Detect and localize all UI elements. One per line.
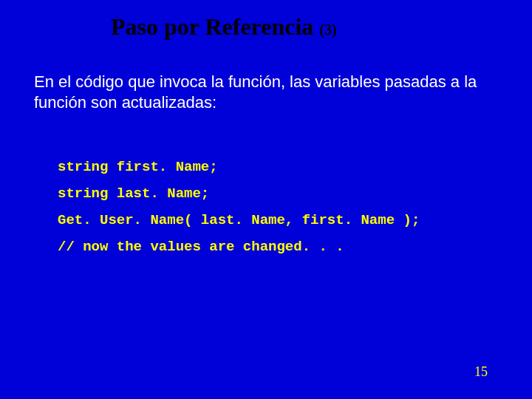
code-line-2: string last. Name;: [58, 185, 420, 202]
code-line-3: Get. User. Name( last. Name, first. Name…: [58, 212, 420, 228]
title-sub: (3): [319, 21, 336, 38]
code-line-4: // now the values are changed. . .: [58, 239, 420, 255]
slide: Paso por Referencia (3) En el código que…: [0, 0, 532, 399]
code-block: string first. Name; string last. Name; G…: [58, 159, 420, 265]
body-text: En el código que invoca la función, las …: [34, 72, 492, 112]
page-number: 15: [474, 364, 488, 380]
slide-title: Paso por Referencia (3): [111, 13, 337, 41]
title-main: Paso por Referencia: [111, 13, 319, 40]
code-line-1: string first. Name;: [58, 159, 420, 175]
